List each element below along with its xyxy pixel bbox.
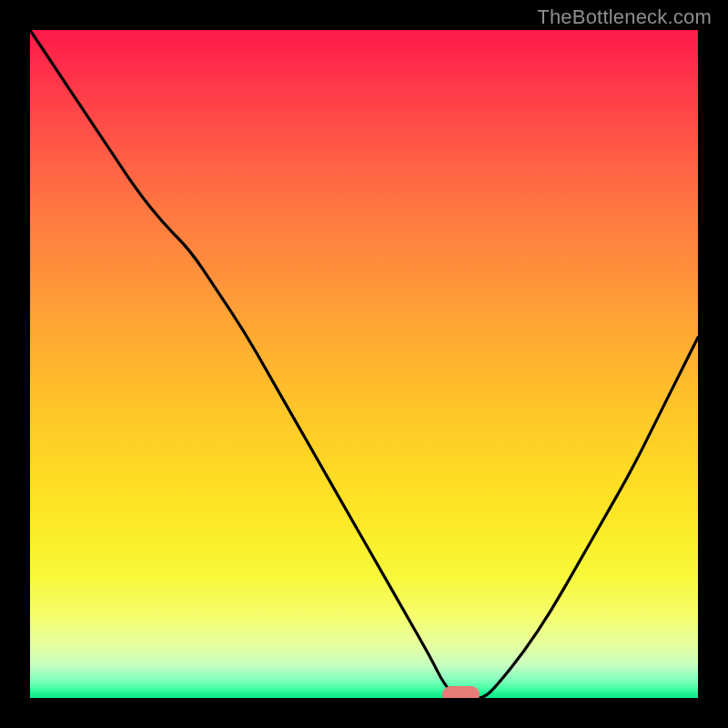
bottleneck-curve — [30, 30, 698, 698]
plot-area — [30, 30, 698, 698]
watermark-text: TheBottleneck.com — [537, 5, 712, 29]
optimal-range-marker — [442, 686, 480, 698]
chart-frame: TheBottleneck.com — [0, 0, 728, 728]
